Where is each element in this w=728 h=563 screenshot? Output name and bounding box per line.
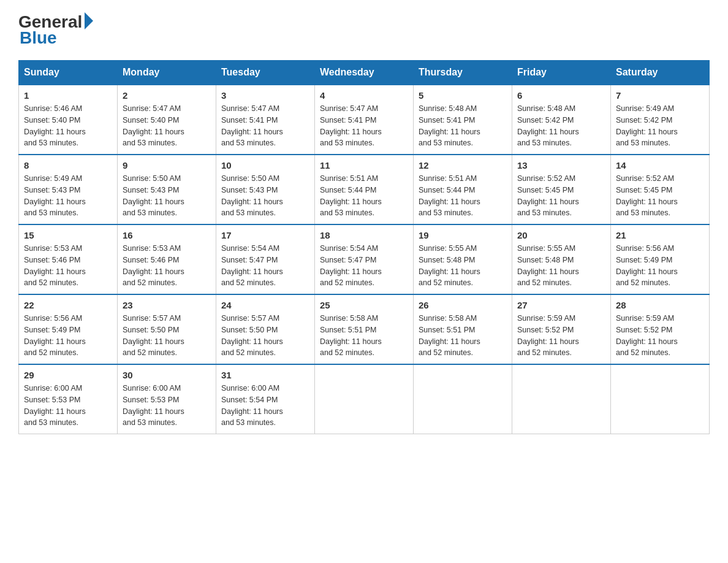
sunset-label: Sunset: 5:41 PM (419, 116, 475, 124)
day-number: 1 (24, 90, 112, 101)
logo-blue-text: Blue (20, 28, 57, 48)
day-number: 28 (616, 300, 704, 310)
sunrise-label: Sunrise: 5:48 AM (419, 104, 477, 113)
daylight-minutes: and 53 minutes. (221, 418, 276, 427)
daylight-minutes: and 53 minutes. (517, 139, 572, 147)
calendar-empty-cell (414, 364, 512, 434)
weekday-header-wednesday: Wednesday (315, 61, 414, 85)
daylight-minutes: and 52 minutes. (419, 278, 473, 287)
daylight-label: Daylight: 11 hours (24, 407, 86, 416)
calendar-day-cell: 19 Sunrise: 5:55 AM Sunset: 5:48 PM Dayl… (414, 224, 512, 294)
calendar-day-cell: 7 Sunrise: 5:49 AM Sunset: 5:42 PM Dayli… (611, 85, 710, 155)
day-info: Sunrise: 5:56 AM Sunset: 5:49 PM Dayligh… (24, 313, 112, 359)
daylight-minutes: and 53 minutes. (616, 209, 670, 217)
weekday-header-sunday: Sunday (19, 61, 118, 85)
sunrise-label: Sunrise: 5:49 AM (616, 104, 674, 113)
sunrise-label: Sunrise: 5:50 AM (221, 174, 279, 183)
daylight-minutes: and 52 minutes. (24, 278, 78, 287)
sunset-label: Sunset: 5:42 PM (517, 116, 574, 124)
sunrise-label: Sunrise: 5:54 AM (221, 244, 279, 253)
weekday-header-thursday: Thursday (414, 61, 512, 85)
sunrise-label: Sunrise: 5:51 AM (419, 174, 477, 183)
calendar-week-row: 29 Sunrise: 6:00 AM Sunset: 5:53 PM Dayl… (19, 364, 710, 434)
daylight-label: Daylight: 11 hours (24, 128, 86, 136)
daylight-label: Daylight: 11 hours (517, 337, 579, 346)
daylight-minutes: and 53 minutes. (517, 209, 572, 217)
day-info: Sunrise: 5:52 AM Sunset: 5:45 PM Dayligh… (517, 173, 605, 219)
daylight-label: Daylight: 11 hours (616, 337, 678, 346)
day-info: Sunrise: 6:00 AM Sunset: 5:53 PM Dayligh… (123, 383, 211, 429)
daylight-label: Daylight: 11 hours (320, 337, 382, 346)
day-info: Sunrise: 5:54 AM Sunset: 5:47 PM Dayligh… (320, 243, 408, 289)
calendar-day-cell: 28 Sunrise: 5:59 AM Sunset: 5:52 PM Dayl… (611, 294, 710, 364)
calendar-day-cell: 5 Sunrise: 5:48 AM Sunset: 5:41 PM Dayli… (414, 85, 512, 155)
day-info: Sunrise: 5:51 AM Sunset: 5:44 PM Dayligh… (320, 173, 408, 219)
calendar-day-cell: 4 Sunrise: 5:47 AM Sunset: 5:41 PM Dayli… (315, 85, 414, 155)
calendar-day-cell: 1 Sunrise: 5:46 AM Sunset: 5:40 PM Dayli… (19, 85, 118, 155)
sunset-label: Sunset: 5:51 PM (320, 326, 376, 334)
daylight-minutes: and 53 minutes. (616, 139, 670, 147)
calendar-day-cell: 15 Sunrise: 5:53 AM Sunset: 5:46 PM Dayl… (19, 224, 118, 294)
daylight-label: Daylight: 11 hours (419, 128, 480, 136)
daylight-minutes: and 52 minutes. (24, 348, 78, 357)
day-number: 18 (320, 230, 408, 240)
sunrise-label: Sunrise: 5:57 AM (221, 314, 279, 323)
calendar-week-row: 22 Sunrise: 5:56 AM Sunset: 5:49 PM Dayl… (19, 294, 710, 364)
sunset-label: Sunset: 5:40 PM (24, 116, 80, 124)
daylight-label: Daylight: 11 hours (320, 128, 382, 136)
day-number: 4 (320, 90, 408, 101)
sunset-label: Sunset: 5:50 PM (221, 326, 278, 334)
calendar-week-row: 8 Sunrise: 5:49 AM Sunset: 5:43 PM Dayli… (19, 155, 710, 224)
daylight-minutes: and 52 minutes. (517, 278, 572, 287)
sunset-label: Sunset: 5:52 PM (517, 326, 574, 334)
sunset-label: Sunset: 5:41 PM (221, 116, 278, 124)
day-info: Sunrise: 5:46 AM Sunset: 5:40 PM Dayligh… (24, 103, 112, 149)
sunset-label: Sunset: 5:48 PM (517, 256, 574, 264)
calendar-empty-cell (512, 364, 611, 434)
sunset-label: Sunset: 5:50 PM (123, 326, 179, 334)
daylight-minutes: and 52 minutes. (419, 348, 473, 357)
daylight-minutes: and 52 minutes. (123, 348, 177, 357)
sunset-label: Sunset: 5:43 PM (24, 186, 80, 194)
sunrise-label: Sunrise: 5:56 AM (616, 244, 674, 253)
day-info: Sunrise: 5:59 AM Sunset: 5:52 PM Dayligh… (517, 313, 605, 359)
day-number: 22 (24, 300, 112, 310)
calendar-week-row: 1 Sunrise: 5:46 AM Sunset: 5:40 PM Dayli… (19, 85, 710, 155)
sunrise-label: Sunrise: 5:52 AM (616, 174, 674, 183)
daylight-minutes: and 52 minutes. (616, 348, 670, 357)
sunset-label: Sunset: 5:45 PM (517, 186, 574, 194)
day-info: Sunrise: 5:49 AM Sunset: 5:42 PM Dayligh… (616, 103, 704, 149)
day-number: 23 (123, 300, 211, 310)
day-number: 29 (24, 370, 112, 380)
daylight-minutes: and 52 minutes. (320, 348, 374, 357)
weekday-header-tuesday: Tuesday (216, 61, 315, 85)
day-info: Sunrise: 5:50 AM Sunset: 5:43 PM Dayligh… (221, 173, 309, 219)
calendar-week-row: 15 Sunrise: 5:53 AM Sunset: 5:46 PM Dayl… (19, 224, 710, 294)
day-info: Sunrise: 5:50 AM Sunset: 5:43 PM Dayligh… (123, 173, 211, 219)
calendar-day-cell: 13 Sunrise: 5:52 AM Sunset: 5:45 PM Dayl… (512, 155, 611, 224)
sunrise-label: Sunrise: 5:48 AM (517, 104, 575, 113)
calendar-empty-cell (315, 364, 414, 434)
calendar-day-cell: 29 Sunrise: 6:00 AM Sunset: 5:53 PM Dayl… (19, 364, 118, 434)
weekday-header-monday: Monday (118, 61, 216, 85)
sunset-label: Sunset: 5:52 PM (616, 326, 672, 334)
day-number: 24 (221, 300, 309, 310)
daylight-label: Daylight: 11 hours (517, 267, 579, 276)
calendar-day-cell: 2 Sunrise: 5:47 AM Sunset: 5:40 PM Dayli… (118, 85, 216, 155)
sunset-label: Sunset: 5:40 PM (123, 116, 179, 124)
daylight-label: Daylight: 11 hours (123, 128, 184, 136)
daylight-minutes: and 53 minutes. (24, 418, 78, 427)
sunset-label: Sunset: 5:46 PM (123, 256, 179, 264)
sunset-label: Sunset: 5:43 PM (221, 186, 278, 194)
calendar-day-cell: 23 Sunrise: 5:57 AM Sunset: 5:50 PM Dayl… (118, 294, 216, 364)
calendar-day-cell: 31 Sunrise: 6:00 AM Sunset: 5:54 PM Dayl… (216, 364, 315, 434)
daylight-minutes: and 52 minutes. (517, 348, 572, 357)
daylight-label: Daylight: 11 hours (123, 267, 184, 276)
day-info: Sunrise: 5:53 AM Sunset: 5:46 PM Dayligh… (24, 243, 112, 289)
calendar-day-cell: 25 Sunrise: 5:58 AM Sunset: 5:51 PM Dayl… (315, 294, 414, 364)
day-number: 10 (221, 160, 309, 170)
sunrise-label: Sunrise: 5:47 AM (320, 104, 378, 113)
day-info: Sunrise: 5:51 AM Sunset: 5:44 PM Dayligh… (419, 173, 507, 219)
sunrise-label: Sunrise: 6:00 AM (24, 384, 82, 393)
daylight-label: Daylight: 11 hours (517, 128, 579, 136)
